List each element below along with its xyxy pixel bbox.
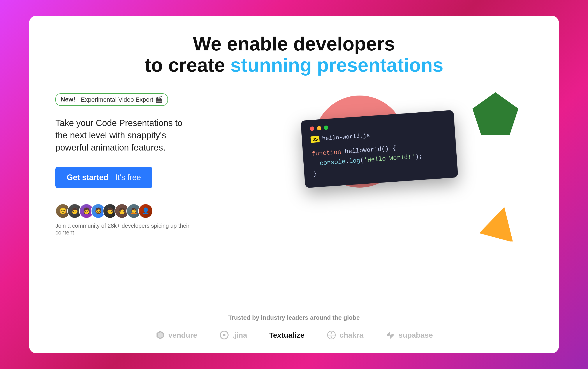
hero-title: We enable developers to create stunning … [145,33,443,76]
filename: hello-world.js [322,132,370,142]
tagline: Take your Code Presentations to the next… [55,117,182,154]
jina-text: .jina [232,331,247,339]
js-badge: JS [310,136,320,143]
chakra-icon [326,330,336,340]
community-text: Join a community of 28k+ developers spic… [55,222,209,236]
vendure-icon [155,330,165,340]
cta-light: - It's free [108,173,141,182]
close-dot [310,126,314,131]
new-badge: New! - Experimental Video Export 🎬 [55,93,168,106]
trusted-label: Trusted by industry leaders around the g… [55,314,533,321]
logo-vendure: vendure [155,330,197,340]
svg-point-3 [223,334,225,336]
content-area: New! - Experimental Video Export 🎬 Take … [55,89,533,306]
code-content: function helloWorld() { console.log('Hel… [311,140,449,179]
jina-icon [219,330,229,340]
get-started-button[interactable]: Get started - It's free [55,167,152,188]
logos-row: vendure .jina Textualize [55,330,533,340]
hero-title-line2-normal: to create [145,54,230,76]
main-card: We enable developers to create stunning … [29,16,559,353]
orange-triangle-shape [480,204,519,242]
svg-marker-1 [480,204,519,241]
hero-title-line1: We enable developers [193,33,395,55]
cta-bold: Get started [67,173,108,182]
logo-chakra: chakra [326,330,364,340]
minimize-dot [317,126,321,130]
trusted-section: Trusted by industry leaders around the g… [55,314,533,340]
svg-marker-6 [330,336,333,338]
illustration-area: JS hello-world.js function helloWorld() … [292,89,533,260]
badge-label: New! [61,96,75,103]
community-section: 😊 👨 👩 🧔 👨 🧑 🙍 👤 Join a community of 28k+… [55,204,209,236]
textualize-text: Textualize [269,331,304,339]
svg-marker-5 [330,332,333,334]
supabase-text: supabase [398,331,433,339]
tagline-line3: powerful animation features. [55,143,166,152]
logo-jina: .jina [219,330,247,340]
logo-supabase: supabase [385,330,433,340]
chakra-text: chakra [340,331,364,339]
supabase-icon [385,330,395,340]
logo-textualize: Textualize [269,331,304,339]
left-column: New! - Experimental Video Export 🎬 Take … [55,89,209,236]
svg-marker-9 [390,335,394,339]
avatar: 👤 [138,204,153,218]
svg-marker-8 [387,331,390,335]
vendure-text: vendure [168,331,197,339]
tagline-line2: the next level with snappify's [55,130,166,140]
avatar-group: 😊 👨 👩 🧔 👨 🧑 🙍 👤 [55,204,153,218]
code-window: JS hello-world.js function helloWorld() … [301,110,458,188]
hero-title-highlight: stunning presentations [230,54,443,76]
svg-marker-0 [472,92,518,135]
badge-text: - Experimental Video Export 🎬 [77,96,163,103]
green-pentagon-shape [471,91,519,137]
maximize-dot [324,125,328,130]
tagline-line1: Take your Code Presentations to [55,118,182,128]
